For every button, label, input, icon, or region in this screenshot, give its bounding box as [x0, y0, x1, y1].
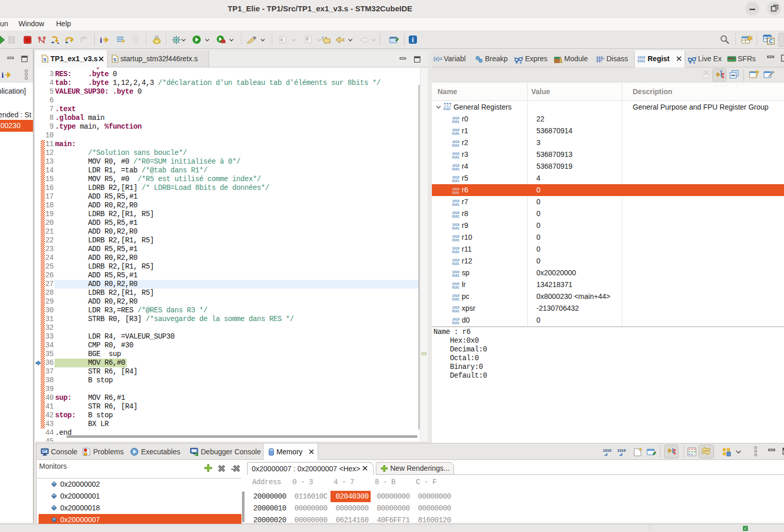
svg-text:(x)=: (x)= — [433, 56, 443, 62]
svg-text:C: C — [769, 39, 773, 44]
svg-text:0101: 0101 — [452, 226, 459, 230]
svg-text:0101: 0101 — [452, 203, 459, 206]
svg-text:i: i — [100, 36, 102, 44]
svg-text:S: S — [113, 57, 116, 62]
svg-text:0101: 0101 — [452, 191, 459, 194]
svg-text:0101: 0101 — [452, 321, 459, 325]
svg-text:0101: 0101 — [452, 297, 459, 301]
svg-text:0101: 0101 — [452, 274, 459, 277]
svg-text:0101: 0101 — [452, 250, 459, 254]
svg-text:0101: 0101 — [452, 155, 459, 159]
svg-text:i: i — [412, 36, 414, 44]
svg-text:0101: 0101 — [443, 107, 450, 111]
svg-text:i: i — [2, 71, 4, 79]
svg-text:0101: 0101 — [637, 59, 645, 63]
svg-text:0101: 0101 — [452, 132, 459, 135]
svg-text:0101: 0101 — [452, 262, 459, 265]
svg-text:✓: ✓ — [744, 526, 747, 531]
svg-text:0101: 0101 — [452, 144, 459, 147]
svg-text:0101: 0101 — [452, 286, 459, 289]
svg-text:0101: 0101 — [452, 120, 459, 123]
svg-text:1010: 1010 — [617, 448, 626, 453]
svg-text:0101: 0101 — [452, 215, 459, 218]
svg-text:S: S — [43, 57, 46, 62]
svg-text:1010: 1010 — [603, 448, 612, 453]
svg-text:0101: 0101 — [452, 179, 459, 183]
svg-text:0101: 0101 — [452, 167, 459, 171]
svg-text:0101: 0101 — [452, 309, 459, 313]
svg-text:0101: 0101 — [452, 238, 459, 242]
